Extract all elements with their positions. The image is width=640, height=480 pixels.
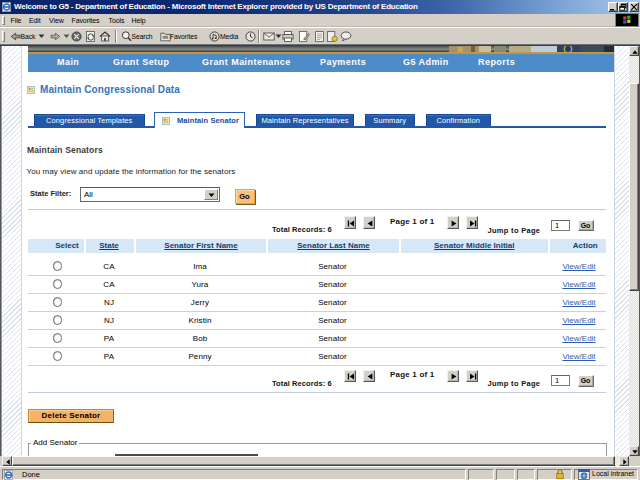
view-edit-link[interactable]: View/Edit [519,280,639,289]
vertical-scrollbar[interactable] [629,46,639,456]
mail-icon[interactable] [263,30,275,43]
favorites-label[interactable]: Favorites [170,33,197,40]
tab-maintain-representatives[interactable]: Maintain Representatives [256,114,354,127]
back-icon[interactable] [10,30,21,43]
total-records-label: Total Records: 6 [272,225,332,234]
cell-first: Yura [140,280,260,289]
scroll-down-button[interactable] [629,446,639,456]
nav-grant-maintenance[interactable]: Grant Maintenance [202,53,291,72]
state-filter-dropdown-button[interactable] [204,189,218,200]
prev-page-button[interactable] [363,370,375,383]
view-edit-link[interactable]: View/Edit [519,262,639,271]
mail-dropdown-icon[interactable] [275,34,282,39]
close-button[interactable] [629,2,639,13]
vertical-scroll-thumb[interactable] [629,83,639,291]
forward-dropdown-icon[interactable] [63,34,70,39]
row-separator [28,293,606,294]
menu-view[interactable]: View [49,14,64,27]
toolbar: Back Search [0,27,640,44]
horizontal-scrollbar[interactable] [2,456,629,466]
print-icon[interactable] [282,30,294,43]
jump-go-button[interactable]: Go [578,375,594,387]
stop-icon[interactable] [71,30,82,43]
page-indicator: Page 1 of 1 [390,217,434,226]
back-dropdown-icon[interactable] [38,34,45,39]
view-edit-link[interactable]: View/Edit [519,352,639,361]
next-page-button[interactable] [447,370,459,383]
media-icon[interactable] [209,30,220,43]
view-edit-link[interactable]: View/Edit [519,298,639,307]
last-page-button[interactable] [466,370,478,383]
home-icon[interactable] [99,30,111,43]
search-label[interactable]: Search [132,33,153,40]
menu-favorites[interactable]: Favorites [72,14,100,27]
row-separator [28,329,606,330]
back-label[interactable]: Back [21,33,36,40]
next-page-button[interactable] [447,216,459,229]
state-filter-select[interactable]: All [80,187,220,202]
status-panel [468,469,494,480]
view-edit-link[interactable]: View/Edit [519,334,639,343]
menu-edit[interactable]: Edit [29,14,41,27]
jump-to-page-label: Jump to Page [488,226,541,235]
page-title: Maintain Congressional Data [40,84,180,95]
scroll-left-button[interactable] [2,456,12,466]
tab-maintain-senator[interactable]: Maintain Senator [154,112,245,128]
minimize-button[interactable] [608,2,618,13]
ie-document-icon [2,2,12,12]
media-label[interactable]: Media [220,33,238,40]
horizontal-scroll-thumb[interactable] [12,456,615,466]
jump-to-page-input[interactable]: 1 [551,375,570,386]
menu-help[interactable]: Help [132,14,146,27]
toolbar-grip[interactable] [2,31,5,42]
tab-congressional-templates[interactable]: Congressional Templates [34,114,146,127]
filter-go-button[interactable]: Go [235,189,255,204]
nav-g5-admin[interactable]: G5 Admin [403,53,449,72]
header-last-name[interactable]: Senator Last Name [268,241,399,250]
search-icon[interactable] [121,30,132,43]
menubar-grip[interactable] [2,16,5,25]
favorites-icon[interactable] [160,30,171,43]
header-state[interactable]: State [86,241,132,250]
view-edit-link[interactable]: View/Edit [519,316,639,325]
nav-payments[interactable]: Payments [320,53,366,72]
last-page-button[interactable] [466,216,478,229]
tab-strip-line [28,126,606,128]
main-nav-bar: Main Grant Setup Grant Maintenance Payme… [28,53,614,72]
restore-button[interactable] [618,2,628,13]
discuss-icon[interactable] [340,30,352,43]
refresh-icon[interactable] [85,30,96,43]
status-bar: Done Local intranet [0,466,640,480]
row-separator [28,311,606,312]
first-page-button[interactable] [344,216,356,229]
security-zone-label: Local intranet [592,470,634,477]
document-icon[interactable] [314,30,325,43]
forward-icon[interactable] [50,30,61,43]
menu-file[interactable]: File [11,14,22,27]
status-page-icon [4,470,14,480]
scroll-right-button[interactable] [619,456,629,466]
edit-icon[interactable] [298,30,310,43]
row-separator [28,275,606,276]
prev-page-button[interactable] [363,216,375,229]
history-icon[interactable] [245,30,256,43]
nav-main[interactable]: Main [57,53,79,72]
menu-tools[interactable]: Tools [109,14,125,27]
messenger-icon[interactable] [326,30,338,43]
jump-to-page-input[interactable]: 1 [551,220,570,231]
nav-grant-setup[interactable]: Grant Setup [113,53,169,72]
tab-maintain-senator-label: Maintain Senator [177,116,239,125]
tab-confirmation[interactable]: Confirmation [426,114,492,127]
delete-senator-button[interactable]: Delete Senator [28,409,114,423]
header-middle-initial[interactable]: Senator Middle Initial [401,241,548,250]
jump-go-button[interactable]: Go [578,220,594,232]
section-description: You may view and update the information … [27,167,236,176]
scroll-up-button[interactable] [629,46,639,56]
fieldset-border-right [606,443,607,457]
cell-first: Ima [140,262,260,271]
header-first-name[interactable]: Senator First Name [136,241,266,250]
nav-reports[interactable]: Reports [478,53,515,72]
tab-summary[interactable]: Summary [365,114,416,127]
cell-first: Bob [140,334,260,343]
first-page-button[interactable] [344,370,356,383]
